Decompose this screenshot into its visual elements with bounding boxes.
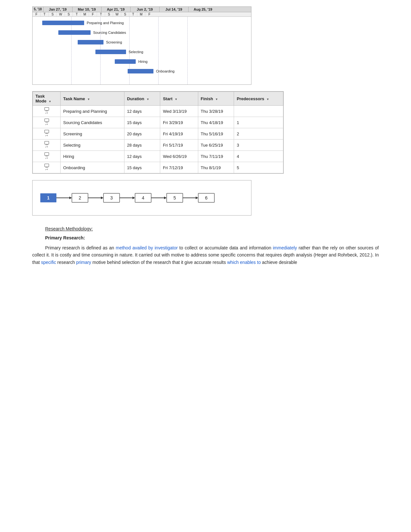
gantt-sub-S2: S bbox=[65, 12, 73, 16]
link-5[interactable]: which enables to bbox=[227, 260, 261, 265]
task-mode-cell-4: ↩ bbox=[33, 151, 61, 162]
task-predecessors-cell-4: 4 bbox=[234, 151, 283, 162]
task-finish-cell-1: Thu 4/18/19 bbox=[198, 117, 234, 128]
link-2[interactable]: immediately bbox=[273, 245, 297, 250]
task-finish-cell-3: Tue 6/25/19 bbox=[198, 140, 234, 151]
node-4-label: 4 bbox=[142, 195, 144, 200]
link-4[interactable]: primary bbox=[76, 260, 91, 265]
gantt-header: 5, '18 Jan 27, '19 Mar 10, '19 Apr 21, '… bbox=[33, 7, 251, 12]
para1-end: achieve desirable bbox=[261, 260, 297, 265]
task-name-cell-4: Hiring bbox=[61, 151, 124, 162]
task-predecessors-cell-5: 5 bbox=[234, 162, 283, 173]
task-predecessors-cell-2: 2 bbox=[234, 128, 283, 140]
task-duration-cell-0: 12 days bbox=[124, 106, 160, 117]
gantt-bar-row-5: Hiring bbox=[115, 59, 148, 64]
node-6-label: 6 bbox=[205, 195, 208, 200]
gantt-bar-label-3: Screening bbox=[106, 40, 122, 44]
gantt-header-cell-4: Jun 2, '19 bbox=[131, 7, 160, 12]
th-task-name-label: Task Name bbox=[63, 96, 85, 101]
gantt-body: Preparing and Planning Sourcing Candidat… bbox=[33, 17, 251, 84]
task-finish-cell-4: Thu 7/11/19 bbox=[198, 151, 234, 162]
gantt-header-cell-5: Jul 14, '19 bbox=[160, 7, 189, 12]
gantt-chart: 5, '18 Jan 27, '19 Mar 10, '19 Apr 21, '… bbox=[32, 6, 251, 85]
para1-prefix: Primary research is defined as an bbox=[45, 245, 116, 250]
task-duration-cell-2: 20 days bbox=[124, 128, 160, 140]
gantt-bar-2 bbox=[58, 30, 91, 35]
sort-arrow-name: ▼ bbox=[87, 98, 90, 101]
th-start-label: Start bbox=[163, 96, 172, 101]
node-2-label: 2 bbox=[79, 195, 81, 200]
gantt-bar-5 bbox=[115, 59, 136, 64]
task-start-cell-0: Wed 3/13/19 bbox=[160, 106, 198, 117]
task-name-cell-1: Sourcing Candidates bbox=[61, 117, 124, 128]
th-task-mode[interactable]: TaskMode ▼ bbox=[33, 92, 61, 106]
gantt-bar-row-4: Selecting bbox=[95, 50, 143, 54]
task-start-cell-5: Fri 7/12/19 bbox=[160, 162, 198, 173]
gantt-bar-label-6: Onboarding bbox=[156, 69, 175, 73]
task-name-cell-5: Onboarding bbox=[61, 162, 124, 173]
network-diagram: 1 2 3 4 5 6 bbox=[32, 180, 251, 216]
task-duration-cell-5: 15 days bbox=[124, 162, 160, 173]
task-finish-cell-2: Thu 5/16/19 bbox=[198, 128, 234, 140]
gantt-sub-F: F bbox=[33, 12, 41, 16]
table-row: ↩ Screening20 daysFri 4/19/19Thu 5/16/19… bbox=[33, 128, 283, 140]
task-mode-cell-2: ↩ bbox=[33, 128, 61, 140]
network-svg: 1 2 3 4 5 6 bbox=[37, 187, 246, 209]
gantt-sub-T2: T bbox=[73, 12, 81, 16]
gantt-bar-6 bbox=[128, 69, 153, 73]
task-predecessors-cell-1: 1 bbox=[234, 117, 283, 128]
th-duration[interactable]: Duration ▼ bbox=[124, 92, 160, 106]
arrow-1-2-head bbox=[69, 197, 72, 199]
task-start-cell-3: Fri 5/17/19 bbox=[160, 140, 198, 151]
gantt-bar-label-5: Hiring bbox=[138, 60, 148, 63]
sort-arrow-pred: ▼ bbox=[266, 98, 269, 101]
gantt-sub-S4: S bbox=[121, 12, 129, 16]
gantt-sub-T4: T bbox=[129, 12, 137, 16]
section-title: Research Methodology: bbox=[32, 225, 379, 232]
table-row: ↩ Preparing and Planning12 daysWed 3/13/… bbox=[33, 106, 283, 117]
section-subtitle: Primary Research: bbox=[32, 234, 379, 241]
gantt-bar-row-2: Sourcing Candidates bbox=[58, 30, 126, 35]
task-finish-cell-5: Thu 8/1/19 bbox=[198, 162, 234, 173]
gantt-sub-T: T bbox=[41, 12, 49, 16]
table-row: ↩ Sourcing Candidates15 daysFri 3/29/19T… bbox=[33, 117, 283, 128]
node-3-label: 3 bbox=[110, 195, 113, 200]
gantt-sub-W2: W bbox=[113, 12, 121, 16]
text-section: Research Methodology: Primary Research: … bbox=[32, 225, 379, 266]
sort-arrow-start: ▼ bbox=[175, 98, 178, 101]
gantt-sub-S1: S bbox=[49, 12, 57, 16]
sort-arrow-duration: ▼ bbox=[146, 98, 149, 101]
th-predecessors[interactable]: Predecessors ▼ bbox=[234, 92, 283, 106]
sort-arrow-mode: ▼ bbox=[49, 100, 52, 103]
gantt-sub-S3: S bbox=[105, 12, 113, 16]
table-row: ↩ Onboarding15 daysFri 7/12/19Thu 8/1/19… bbox=[33, 162, 283, 173]
gantt-sub-F3: F bbox=[145, 12, 153, 16]
task-duration-cell-3: 28 days bbox=[124, 140, 160, 151]
gantt-bar-1 bbox=[42, 21, 84, 25]
task-mode-cell-5: ↩ bbox=[33, 162, 61, 173]
th-predecessors-label: Predecessors bbox=[237, 96, 264, 101]
arrow-3-4-head bbox=[132, 197, 135, 199]
link-1[interactable]: method availed by investigator bbox=[116, 245, 178, 250]
task-name-cell-3: Selecting bbox=[61, 140, 124, 151]
task-duration-cell-1: 15 days bbox=[124, 117, 160, 128]
link-3[interactable]: specific bbox=[41, 260, 56, 265]
arrow-4-5-head bbox=[164, 197, 167, 199]
task-start-cell-2: Fri 4/19/19 bbox=[160, 128, 198, 140]
th-finish-label: Finish bbox=[201, 96, 213, 101]
para1-rest3: motive behind selection of the research … bbox=[91, 260, 227, 265]
th-task-name[interactable]: Task Name ▼ bbox=[61, 92, 124, 106]
gantt-subheader: F T S W S T M F T S W S T M F bbox=[33, 12, 251, 17]
para1-rest2: research bbox=[56, 260, 76, 265]
gantt-sub-T3: T bbox=[97, 12, 105, 16]
th-finish[interactable]: Finish ▼ bbox=[198, 92, 234, 106]
gantt-header-cell-6: Aug 25, '19 bbox=[189, 7, 218, 12]
gantt-header-cell-2: Mar 10, '19 bbox=[73, 7, 102, 12]
para1-mid: to collect or accumulate data and inform… bbox=[178, 245, 273, 250]
task-mode-cell-3: ↩ bbox=[33, 140, 61, 151]
gantt-sub-F2: F bbox=[89, 12, 97, 16]
gantt-bar-row-6: Onboarding bbox=[128, 69, 175, 73]
th-start[interactable]: Start ▼ bbox=[160, 92, 198, 106]
sort-arrow-finish: ▼ bbox=[215, 98, 218, 101]
gantt-header-cell-3: Apr 21, '19 bbox=[102, 7, 131, 12]
